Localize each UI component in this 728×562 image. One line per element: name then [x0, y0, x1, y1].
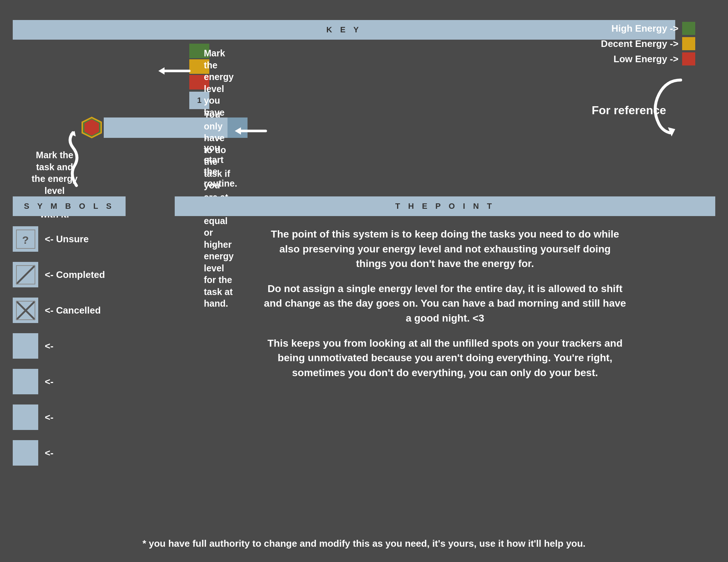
- plain-box-3-icon: [16, 407, 36, 427]
- energy-decent-box: [682, 37, 695, 50]
- svg-marker-2: [158, 67, 165, 75]
- plain3-label: <-: [45, 412, 54, 423]
- completed-label: <- Completed: [45, 269, 105, 280]
- energy-decent: Decent Energy ->: [601, 37, 695, 50]
- key-title: K E Y: [13, 20, 675, 40]
- completed-box: [13, 262, 38, 287]
- footer-text: * you have full authority to change and …: [0, 538, 728, 549]
- point-title: T H E P O I N T: [175, 196, 715, 216]
- plain-box-3: [13, 404, 38, 430]
- plain4-label: <-: [45, 447, 54, 459]
- plain1-label: <-: [45, 340, 54, 352]
- plain-box-1-icon: [16, 336, 36, 356]
- symbol-row-plain1: <-: [13, 333, 151, 359]
- cancelled-box: [13, 298, 38, 323]
- cancelled-label: <- Cancelled: [45, 305, 101, 316]
- energy-high: High Energy ->: [601, 22, 695, 35]
- svg-rect-18: [16, 336, 36, 356]
- symbol-row-plain4: <-: [13, 440, 151, 466]
- energy-high-label: High Energy ->: [612, 23, 678, 34]
- plain-box-4: [13, 440, 38, 466]
- arrow-to-task-icon: [229, 118, 273, 144]
- symbol-row-unsure: ? <- Unsure: [13, 226, 151, 252]
- unsure-box: ?: [13, 226, 38, 252]
- symbols-title: S Y M B O L S: [13, 196, 126, 216]
- point-paragraph-3: This keeps you from looking at all the u…: [263, 336, 627, 380]
- energy-decent-label: Decent Energy ->: [601, 38, 678, 49]
- unsure-icon: ?: [16, 229, 36, 249]
- symbol-row-completed: <- Completed: [13, 262, 151, 287]
- symbol-row-plain2: <-: [13, 369, 151, 394]
- svg-rect-21: [16, 443, 36, 463]
- unsure-label: <- Unsure: [45, 234, 89, 245]
- point-paragraph-1: The point of this system is to keep doin…: [263, 227, 627, 271]
- energy-high-box: [682, 22, 695, 35]
- svg-rect-19: [16, 372, 36, 392]
- energy-low-label: Low Energy ->: [614, 53, 678, 65]
- plain-box-1: [13, 333, 38, 359]
- completed-icon: [16, 265, 36, 285]
- svg-marker-6: [235, 127, 241, 135]
- energy-legend: High Energy -> Decent Energy -> Low Ener…: [601, 22, 695, 68]
- energy-low-box: [682, 52, 695, 65]
- symbols-section: S Y M B O L S ? <- Unsure <- Completed: [13, 196, 151, 466]
- plain-box-2-icon: [16, 372, 36, 392]
- svg-rect-20: [16, 407, 36, 427]
- plain2-label: <-: [45, 376, 54, 387]
- cancelled-icon: [16, 300, 36, 320]
- the-point-section: T H E P O I N T The point of this system…: [175, 196, 715, 380]
- symbol-row-plain3: <-: [13, 404, 151, 430]
- plain-box-2: [13, 369, 38, 394]
- for-reference-label: For reference: [592, 104, 666, 117]
- symbol-row-cancelled: <- Cancelled: [13, 298, 151, 323]
- svg-text:?: ?: [22, 234, 28, 246]
- energy-low: Low Energy ->: [601, 52, 695, 65]
- point-paragraph-2: Do not assign a single energy level for …: [263, 282, 627, 326]
- plain-box-4-icon: [16, 443, 36, 463]
- arrow-to-energy-icon: [153, 58, 197, 84]
